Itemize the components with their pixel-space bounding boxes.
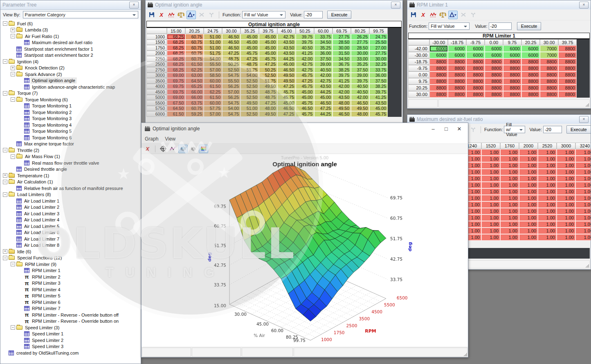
row-header[interactable]: 5750: [146, 106, 167, 112]
tree-item[interactable]: Desired throttle angle: [0, 166, 141, 173]
table-cell[interactable]: 40.50: [296, 45, 314, 51]
table-cell[interactable]: 39.75: [333, 73, 351, 78]
col-header[interactable]: 80.25: [351, 28, 369, 34]
tree-item[interactable]: Torque Monitoring 3: [0, 116, 141, 122]
graph-plot-area[interactable]: TunerPro - Version 5.00 Optimal ignition…: [142, 154, 468, 350]
table-cell[interactable]: 39.00: [314, 62, 333, 67]
tree-item[interactable]: Torque Monitoring 1: [0, 103, 141, 109]
col-header[interactable]: 30.00: [222, 28, 240, 34]
table-cell[interactable]: 64.50: [167, 106, 185, 112]
row-header[interactable]: 2750: [146, 67, 167, 73]
table-cell[interactable]: 1.00: [575, 208, 591, 214]
table-cell[interactable]: 48.00: [259, 106, 277, 112]
execute-button[interactable]: Execute: [517, 22, 542, 30]
table-cell[interactable]: 55.50: [222, 78, 240, 84]
col-header[interactable]: 99.75: [369, 28, 388, 34]
table-cell[interactable]: 1.00: [500, 195, 519, 201]
table-cell[interactable]: 66.00: [185, 89, 204, 95]
tree-item[interactable]: Relative fresh air as function of manifo…: [0, 185, 141, 192]
table-cell[interactable]: 8800: [558, 78, 577, 85]
col-header[interactable]: 24.75: [204, 28, 222, 34]
table-cell[interactable]: 8800: [540, 78, 558, 85]
table-cell[interactable]: 42.75: [277, 34, 296, 40]
table-cell[interactable]: 54.00: [222, 106, 240, 112]
table-cell[interactable]: 1.00: [575, 214, 591, 221]
value-input[interactable]: [543, 126, 562, 133]
tree-item[interactable]: πRPM Limiter - Reverse - Override button…: [0, 312, 141, 318]
table-cell[interactable]: 6000: [503, 45, 521, 52]
expand-toggle[interactable]: −: [3, 91, 7, 96]
table-cell[interactable]: 57.00: [204, 67, 222, 73]
expand-toggle[interactable]: −: [3, 59, 7, 64]
tree-item[interactable]: RPM Limiter 7: [0, 306, 141, 312]
table-cell[interactable]: 6000: [429, 45, 448, 52]
table-cell[interactable]: 61.50: [185, 62, 204, 67]
table-cell[interactable]: 35.25: [351, 62, 369, 67]
table-cell[interactable]: 8800: [448, 78, 466, 85]
table-cell[interactable]: 69.00: [167, 73, 185, 78]
expand-toggle[interactable]: +: [11, 66, 15, 70]
table-cell[interactable]: 1.00: [481, 208, 500, 214]
expand-toggle[interactable]: −: [11, 262, 15, 266]
expand-toggle[interactable]: −: [11, 97, 15, 102]
table-cell[interactable]: 1.00: [519, 221, 538, 228]
table-cell[interactable]: 8800: [485, 71, 503, 78]
table-cell[interactable]: 8800: [521, 65, 540, 71]
table-cell[interactable]: 1.00: [557, 228, 575, 234]
table-cell[interactable]: 30.00: [351, 51, 369, 56]
table-cell[interactable]: 50.25: [259, 67, 277, 73]
tree-item[interactable]: Air Load Limiter 2: [0, 204, 141, 211]
table-cell[interactable]: 6000: [466, 45, 485, 52]
table-cell[interactable]: 1.00: [538, 221, 557, 228]
table-cell[interactable]: 1.00: [481, 228, 500, 234]
trace-log-icon[interactable]: [167, 11, 175, 19]
table-cell[interactable]: 1.00: [575, 175, 591, 182]
table-cell[interactable]: 1.00: [481, 234, 500, 241]
table-cell[interactable]: 8800: [448, 65, 466, 71]
table-cell[interactable]: 52.50: [240, 84, 259, 89]
table-cell[interactable]: 34.50: [333, 56, 351, 62]
table-cell[interactable]: 1.00: [538, 182, 557, 188]
execute-button[interactable]: Execute: [566, 125, 591, 134]
table-cell[interactable]: 39.75: [351, 78, 369, 84]
table-cell[interactable]: 8800: [503, 71, 521, 78]
row-header[interactable]: 1000: [146, 34, 167, 40]
tree-item[interactable]: Torque Monitoring 4: [0, 122, 141, 128]
table-cell[interactable]: 1.00: [519, 169, 538, 175]
table-cell[interactable]: 1.00: [557, 208, 575, 214]
table-cell[interactable]: 1.00: [557, 169, 575, 175]
table-cell[interactable]: 1.00: [500, 201, 519, 208]
tree-item[interactable]: Torque Monitoring 6: [0, 134, 141, 141]
table-cell[interactable]: 44.25: [314, 111, 333, 117]
tree-item[interactable]: RPM Limiter 1: [0, 268, 141, 274]
table-cell[interactable]: 7000: [540, 45, 558, 52]
table-cell[interactable]: 1.00: [557, 149, 575, 156]
table-cell[interactable]: 8800: [540, 91, 558, 98]
col-header[interactable]: 1520: [481, 143, 500, 149]
table-cell[interactable]: 1.00: [519, 156, 538, 162]
table-cell[interactable]: 1.00: [538, 228, 557, 234]
table-cell[interactable]: 54.00: [204, 56, 222, 62]
col-header[interactable]: 45.00: [277, 28, 296, 34]
view-by-select[interactable]: Parameter Category: [23, 11, 138, 18]
table-cell[interactable]: 8800: [558, 65, 577, 71]
execute-button[interactable]: Execute: [327, 11, 352, 19]
table-cell[interactable]: 68.25: [167, 45, 185, 51]
table-cell[interactable]: 8800: [540, 58, 558, 65]
table-cell[interactable]: 43.50: [277, 40, 296, 45]
table-cell[interactable]: 40.50: [351, 84, 369, 89]
menu-graph[interactable]: Graph: [142, 136, 162, 142]
row-header[interactable]: 9.75: [408, 78, 429, 85]
table-cell[interactable]: 1.00: [538, 201, 557, 208]
col-header[interactable]: -18.75: [448, 39, 466, 45]
table-cell[interactable]: 25.50: [369, 40, 388, 45]
table-cell[interactable]: 45.00: [259, 34, 277, 40]
table-cell[interactable]: 1.00: [538, 208, 557, 214]
table-cell[interactable]: 8800: [558, 58, 577, 65]
table-cell[interactable]: 42.00: [333, 84, 351, 89]
row-header[interactable]: 6000: [146, 111, 167, 117]
table-cell[interactable]: 37.50: [369, 78, 388, 84]
tree-item[interactable]: πRPM Limiter - Reverse - Override button…: [0, 318, 141, 325]
ignition-title-bar[interactable]: Optimal ignition angle ×: [146, 0, 402, 9]
table-cell[interactable]: 54.75: [222, 111, 240, 117]
